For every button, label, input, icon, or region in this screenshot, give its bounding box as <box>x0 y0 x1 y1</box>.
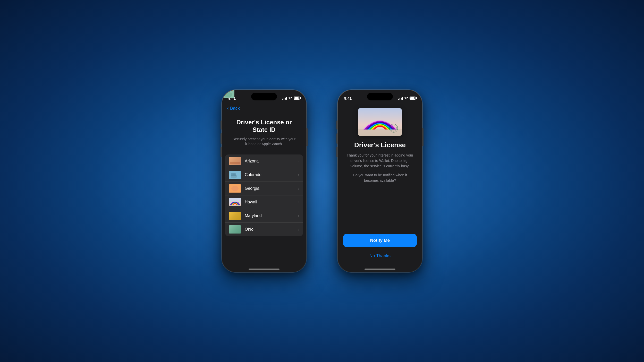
volume-down-button <box>221 147 222 157</box>
volume-up-button-2 <box>336 133 337 144</box>
battery-icon-1 <box>294 97 300 100</box>
state-item-ohio[interactable]: Ohio › <box>225 223 303 236</box>
wifi-icon-1 <box>288 96 292 100</box>
notify-me-button[interactable]: Notify Me <box>343 234 417 247</box>
bottom-buttons: Notify Me No Thanks <box>338 234 422 262</box>
state-thumbnail-georgia <box>229 184 241 193</box>
state-item-colorado[interactable]: Colorado › <box>225 168 303 182</box>
phone-1: 9:41 <box>222 90 307 272</box>
detail-description: Thank you for your interest in adding yo… <box>338 153 422 169</box>
chevron-icon-georgia: › <box>298 186 299 191</box>
detail-question: Do you want to be notified when it becom… <box>338 173 422 183</box>
status-bar-1: 9:41 <box>222 90 306 103</box>
status-bar-2: 9:41 <box>338 90 422 103</box>
svg-rect-17 <box>358 129 402 136</box>
phone-2: 9:41 <box>337 90 422 272</box>
back-chevron-icon: ‹ <box>227 106 229 111</box>
back-nav[interactable]: ‹ Back <box>222 103 306 114</box>
state-item-hawaii[interactable]: Hawaii › <box>225 195 303 209</box>
svg-rect-6 <box>229 205 241 206</box>
battery-fill-1 <box>294 97 299 99</box>
volume-buttons <box>221 133 222 157</box>
state-name-colorado: Colorado <box>245 173 298 177</box>
battery-icon-2 <box>410 97 416 100</box>
hawaii-card: Hawaii <box>358 108 402 136</box>
page-title: Driver's License or State ID <box>228 119 300 134</box>
volume-buttons-2 <box>336 133 337 157</box>
home-indicator-1 <box>249 269 279 270</box>
svg-point-4 <box>231 186 239 191</box>
state-item-georgia[interactable]: Georgia › <box>225 182 303 195</box>
state-name-maryland: Maryland <box>245 213 298 218</box>
screen-content-1: ‹ Back Driver's License or State ID Secu… <box>222 103 306 272</box>
svg-text:⚜: ⚜ <box>393 127 395 130</box>
state-name-arizona: Arizona <box>245 159 298 163</box>
volume-down-button-2 <box>336 147 337 157</box>
screen-title-area: Driver's License or State ID Securely pr… <box>222 114 306 149</box>
battery-fill-2 <box>410 97 414 99</box>
chevron-icon-arizona: › <box>298 159 299 163</box>
state-thumbnail-hawaii <box>229 198 241 206</box>
time-2: 9:41 <box>344 96 352 100</box>
state-thumbnail-colorado <box>229 171 241 179</box>
signal-icon-2 <box>398 97 403 100</box>
hawaii-card-art: ⚜ <box>358 108 402 136</box>
phone-1-screen: 9:41 <box>222 90 306 272</box>
hawaii-card-container: Hawaii <box>338 103 422 139</box>
state-item-arizona[interactable]: Arizona › <box>225 154 303 168</box>
page-subtitle: Securely present your identity with your… <box>228 137 300 147</box>
chevron-icon-colorado: › <box>298 173 299 177</box>
status-icons-1 <box>282 96 300 100</box>
phone-2-screen: 9:41 <box>338 90 422 272</box>
chevron-icon-ohio: › <box>298 227 299 231</box>
state-name-ohio: Ohio <box>245 227 298 232</box>
state-name-georgia: Georgia <box>245 186 298 191</box>
state-list: Arizona › Colorado <box>225 154 303 236</box>
back-label[interactable]: Back <box>230 106 240 111</box>
home-indicator-2 <box>365 269 395 270</box>
chevron-icon-maryland: › <box>298 214 299 218</box>
volume-up-button <box>221 133 222 144</box>
state-thumbnail-maryland <box>229 212 241 220</box>
status-icons-2 <box>398 96 416 100</box>
screen-content-2: Hawaii <box>338 103 422 272</box>
signal-icon-1 <box>282 97 287 100</box>
phones-container: 9:41 <box>222 90 422 272</box>
svg-rect-2 <box>231 173 236 176</box>
state-thumbnail-ohio <box>229 225 241 234</box>
no-thanks-button[interactable]: No Thanks <box>343 250 417 262</box>
state-name-hawaii: Hawaii <box>245 200 298 204</box>
chevron-icon-hawaii: › <box>298 200 299 204</box>
state-thumbnail-arizona <box>229 157 241 165</box>
detail-title: Driver's License <box>338 139 422 153</box>
wifi-icon-2 <box>404 96 408 100</box>
state-item-maryland[interactable]: Maryland › <box>225 209 303 223</box>
